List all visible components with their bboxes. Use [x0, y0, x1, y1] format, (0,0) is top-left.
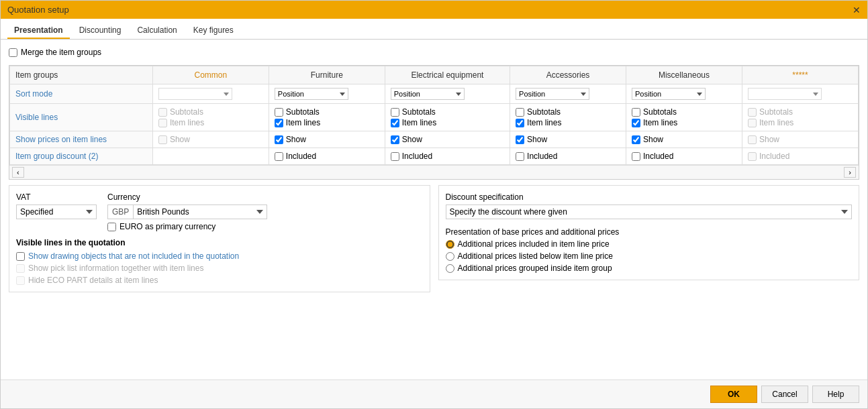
cb-accessories-included[interactable]	[516, 152, 524, 161]
right-panel-bottom: Discount specification Specify the disco…	[438, 185, 860, 280]
cb-accessories-itemlines[interactable]	[516, 119, 524, 127]
table-nav: ‹ ›	[9, 165, 859, 179]
table-next-button[interactable]: ›	[844, 167, 856, 178]
vat-group: VAT Specified Not specified	[16, 192, 97, 219]
col-header-furniture: Furniture	[269, 66, 385, 84]
base-prices-title: Presentation of base prices and addition…	[446, 227, 853, 237]
bottom-sections: VAT Specified Not specified Currency GBP	[9, 185, 859, 374]
cb-star-included[interactable]	[748, 152, 757, 161]
content-area: Merge the item groups Item groups Common…	[1, 40, 867, 379]
cb-electrical-show[interactable]	[391, 135, 399, 144]
cb-common-subtotals[interactable]	[158, 108, 167, 117]
visible-lines-section: Visible lines in the quotation Show draw…	[16, 238, 423, 285]
table-row-sort-mode: Sort mode Position	[10, 84, 859, 104]
cb-misc-subtotals[interactable]	[632, 108, 640, 117]
cell-electrical-discount: Included	[385, 148, 510, 165]
visible-lines-title: Visible lines in the quotation	[16, 238, 423, 247]
cb-misc-included[interactable]	[632, 152, 640, 161]
discount-spec-select[interactable]: Specify the discount where given Always …	[446, 204, 853, 219]
select-furniture-sort[interactable]: Position	[275, 88, 348, 100]
left-panel-bottom: VAT Specified Not specified Currency GBP	[9, 185, 430, 292]
row-label-visible-lines: Visible lines	[10, 104, 153, 131]
cb-accessories-subtotals[interactable]	[516, 108, 524, 117]
select-misc-sort[interactable]: Position	[632, 88, 706, 100]
euro-label: EURO as primary currency	[119, 222, 215, 231]
cb-star-show[interactable]	[748, 135, 757, 144]
cb-electrical-itemlines[interactable]	[391, 119, 399, 127]
merge-label: Merge the item groups	[21, 48, 101, 57]
radio-row-2: Additional prices grouped inside item gr…	[446, 264, 853, 273]
cb-furniture-itemlines[interactable]	[275, 119, 283, 127]
close-button[interactable]: ✕	[853, 5, 861, 15]
euro-checkbox[interactable]	[107, 223, 116, 231]
item-groups-table-wrapper: Item groups Common Furniture Electrical …	[9, 65, 859, 180]
cell-star-sort	[742, 84, 858, 104]
select-electrical-sort[interactable]: Position	[391, 88, 465, 100]
tab-calculation[interactable]: Calculation	[130, 23, 183, 39]
cb-star-itemlines[interactable]	[748, 119, 757, 127]
table-prev-button[interactable]: ‹	[12, 167, 24, 178]
tab-key-figures[interactable]: Key figures	[187, 23, 240, 39]
vl-label-2: Hide ECO PART details at item lines	[28, 276, 158, 285]
col-header-star: *****	[742, 66, 858, 84]
vl-checkbox-0[interactable]	[16, 252, 25, 261]
cell-misc-sort: Position	[626, 84, 742, 104]
discount-spec-label: Discount specification	[446, 192, 853, 202]
table-row-show-prices: Show prices on item lines Show Show Show…	[10, 131, 859, 148]
cell-electrical-show: Show	[385, 131, 510, 148]
cb-misc-show[interactable]	[632, 135, 640, 144]
select-star-sort[interactable]	[748, 88, 822, 100]
ok-button[interactable]: OK	[710, 386, 757, 403]
currency-name-select[interactable]: British Pounds	[133, 204, 267, 219]
merge-row: Merge the item groups	[9, 45, 859, 60]
merge-checkbox[interactable]	[9, 48, 17, 57]
cb-misc-itemlines[interactable]	[632, 119, 640, 127]
title-bar: Quotation setup ✕	[1, 1, 867, 19]
radio-base-prices-2[interactable]	[446, 264, 454, 273]
cb-furniture-included[interactable]	[275, 152, 283, 161]
row-label-discount: Item group discount (2)	[10, 148, 153, 165]
discount-spec-group: Discount specification Specify the disco…	[446, 192, 853, 219]
vl-row-1: Show pick list information together with…	[16, 264, 423, 273]
table-row-discount: Item group discount (2) Included Include…	[10, 148, 859, 165]
cell-accessories-visible: Subtotals Item lines	[510, 104, 626, 131]
cb-furniture-subtotals[interactable]	[275, 108, 283, 117]
cell-electrical-sort: Position	[385, 84, 510, 104]
tab-discounting[interactable]: Discounting	[73, 23, 128, 39]
cb-common-show[interactable]	[158, 135, 167, 144]
cb-star-subtotals[interactable]	[748, 108, 757, 117]
item-groups-table: Item groups Common Furniture Electrical …	[9, 66, 859, 165]
cb-electrical-subtotals[interactable]	[391, 108, 399, 117]
col-header-common: Common	[152, 66, 269, 84]
vl-checkbox-2[interactable]	[16, 276, 25, 285]
help-button[interactable]: Help	[812, 386, 859, 403]
radio-label-1: Additional prices listed below item line…	[458, 251, 613, 261]
dialog-title: Quotation setup	[7, 5, 69, 15]
vat-currency-row: VAT Specified Not specified Currency GBP	[16, 192, 423, 231]
cancel-button[interactable]: Cancel	[761, 386, 808, 403]
dialog-footer: OK Cancel Help	[1, 379, 867, 408]
cell-accessories-discount: Included	[510, 148, 626, 165]
radio-base-prices-0[interactable]	[446, 240, 454, 249]
cb-electrical-included[interactable]	[391, 152, 399, 161]
cell-furniture-discount: Included	[269, 148, 385, 165]
quotation-setup-dialog: Quotation setup ✕ Presentation Discounti…	[0, 0, 868, 409]
tab-presentation[interactable]: Presentation	[7, 23, 70, 39]
vat-select[interactable]: Specified Not specified	[16, 204, 97, 219]
right-bottom-section: Discount specification Specify the disco…	[438, 185, 860, 374]
cell-star-visible: Subtotals Item lines	[742, 104, 858, 131]
cell-accessories-show: Show	[510, 131, 626, 148]
left-bottom-section: VAT Specified Not specified Currency GBP	[9, 185, 430, 374]
cell-misc-show: Show	[626, 131, 742, 148]
select-accessories-sort[interactable]: Position	[516, 88, 589, 100]
select-common-sort[interactable]	[158, 88, 232, 100]
cb-furniture-show[interactable]	[275, 135, 283, 144]
radio-base-prices-1[interactable]	[446, 252, 454, 261]
vl-row-0: Show drawing objects that are not includ…	[16, 251, 423, 261]
cell-electrical-visible: Subtotals Item lines	[385, 104, 510, 131]
cb-accessories-show[interactable]	[516, 135, 524, 144]
cell-common-discount	[152, 148, 269, 165]
cb-common-itemlines[interactable]	[158, 119, 167, 127]
vl-checkbox-1[interactable]	[16, 264, 25, 273]
cell-star-show: Show	[742, 131, 858, 148]
